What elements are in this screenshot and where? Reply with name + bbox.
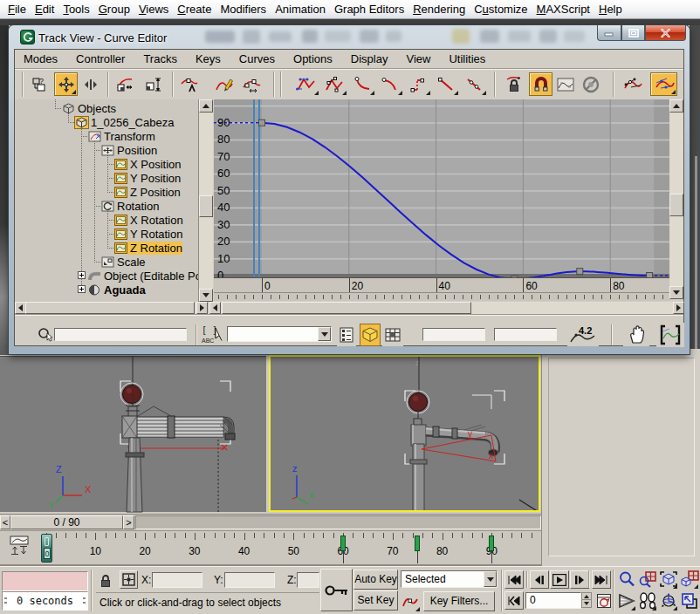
key-value-field[interactable] [494, 328, 557, 341]
tangents-smooth-button[interactable] [460, 72, 487, 96]
tv-menu-tracks[interactable]: Tracks [134, 52, 187, 65]
filters-button[interactable]: ? [31, 72, 50, 96]
tv-menu-utilities[interactable]: Utilities [440, 52, 495, 65]
tree-item-x-position[interactable]: X Position [114, 157, 182, 171]
tangents-custom-button[interactable] [320, 72, 347, 96]
move-keys-button[interactable] [54, 72, 78, 96]
previous-frame-button[interactable] [530, 570, 549, 589]
zoom-region-button[interactable] [656, 323, 684, 347]
tree-hscrollbar-arrow-end[interactable] [196, 302, 208, 314]
lock-selection-button[interactable] [504, 72, 525, 96]
zoom-extents-all-button[interactable] [679, 569, 699, 590]
tree-scrollbar-arrow-start[interactable] [199, 99, 213, 113]
maxscript-mini-listener-white[interactable]: 0 seconds [2, 591, 88, 611]
tree-hscrollbar-thumb[interactable] [25, 302, 195, 314]
key-mode-toggle-button[interactable] [504, 591, 524, 610]
tree-item-aguada[interactable]: Aguada [88, 283, 146, 297]
curve-scrollbar-thumb[interactable] [669, 194, 683, 216]
tangents-auto-button[interactable] [292, 72, 319, 96]
snap-frames-button[interactable] [529, 72, 552, 96]
curve-plot-area[interactable]: 0102030405060708090 [214, 99, 670, 277]
trackbar-next-button[interactable]: > [123, 515, 134, 529]
tree-expand-plus[interactable] [78, 271, 86, 279]
absolute-mode-toggle[interactable] [120, 570, 138, 589]
add-keys-button[interactable] [177, 72, 202, 96]
tree-item-z-rotation[interactable]: Z Rotation [114, 241, 182, 255]
reduce-keys-button[interactable] [239, 72, 264, 96]
key-time-field[interactable] [422, 328, 485, 341]
trackset-combo-arrow[interactable] [318, 327, 331, 341]
tree-expand-plus[interactable] [78, 285, 86, 293]
viewport-left[interactable]: ZXy [0, 356, 266, 512]
tv-menu-view[interactable]: View [397, 52, 440, 65]
tangents-step-button[interactable] [404, 72, 431, 96]
tree-item-1-0256-cabeza[interactable]: 1_0256_Cabeza [75, 115, 174, 129]
new-key-tangent-button[interactable] [399, 591, 421, 612]
track-selection-field[interactable] [54, 328, 187, 341]
selection-set-combo-arrow[interactable] [484, 571, 497, 587]
tree-scrollbar-arrow-end[interactable] [199, 289, 213, 302]
curve-scrollbar[interactable] [669, 99, 683, 299]
curve-scrollbar-arrow-start[interactable] [669, 99, 683, 113]
open-mini-curve-editor-button[interactable] [7, 535, 31, 557]
main-menu-file[interactable]: File [3, 0, 31, 19]
pan-button[interactable] [623, 324, 649, 346]
main-menu-rendering[interactable]: Rendering [408, 0, 470, 19]
maximize-viewport-toggle-button[interactable] [679, 590, 699, 611]
go-to-start-button[interactable] [504, 570, 524, 589]
selection-lock-toggle[interactable] [97, 572, 114, 590]
tree-item-objects[interactable]: Objects [62, 101, 116, 115]
time-slider-handle[interactable]: 0 [41, 534, 52, 563]
main-menu-customize[interactable]: Customize [470, 0, 532, 19]
maximize-button[interactable] [621, 25, 645, 41]
tree-item-y-rotation[interactable]: Y Rotation [114, 227, 182, 241]
main-menu-views[interactable]: Views [134, 0, 173, 19]
curve-hscrollbar-thumb[interactable] [222, 302, 471, 314]
timeline-key[interactable] [489, 536, 494, 551]
close-button[interactable] [645, 25, 686, 41]
edit-trackset-button[interactable] [337, 324, 356, 346]
key-stats-button[interactable]: 4.2 [567, 324, 599, 346]
current-frame-field[interactable]: 0 [525, 592, 581, 609]
play-button[interactable] [550, 570, 569, 589]
tree-item-object-editable-poly-[interactable]: Object (Editable Poly) [88, 269, 199, 283]
tree-scrollbar[interactable] [199, 99, 213, 302]
selection-set-combo[interactable]: Selected [401, 570, 498, 588]
zoom-selected-object-button[interactable] [35, 324, 56, 345]
main-menu-create[interactable]: Create [173, 0, 216, 19]
timeline-key[interactable] [340, 536, 346, 551]
select-by-name-icon[interactable]: [ ]ABC [200, 324, 224, 345]
trackview-titlebar[interactable]: Track View - Curve Editor [9, 25, 690, 49]
trackbar-prev-button[interactable]: < [0, 515, 10, 529]
y-coord-field[interactable] [224, 572, 275, 588]
tv-menu-keys[interactable]: Keys [187, 52, 230, 65]
scale-keys-button[interactable] [113, 72, 137, 96]
zoom-all-button[interactable] [637, 569, 657, 590]
frame-spinner[interactable] [581, 592, 592, 609]
tree-item-transform[interactable]: Transform [88, 129, 155, 143]
key-filters-button[interactable]: Key Filters... [423, 591, 495, 611]
tree-item-scale[interactable]: Scale [101, 255, 146, 269]
trackbar-slider[interactable]: 0 / 90 [10, 515, 123, 529]
filter-selected-tracks-button[interactable] [360, 324, 381, 346]
timeline-key[interactable] [415, 536, 420, 551]
tree-hscrollbar[interactable] [15, 302, 208, 314]
tree-item-rotation[interactable]: Rotation [101, 199, 159, 213]
tangents-slow-button[interactable] [376, 72, 403, 96]
viewport-right-active[interactable]: zyxzx [269, 355, 540, 512]
timeline-ruler[interactable]: 1020304050607080900 [0, 530, 541, 566]
trackset-combo[interactable] [227, 326, 332, 342]
arc-rotate-button[interactable] [658, 590, 678, 611]
main-menu-tools[interactable]: Tools [58, 0, 93, 19]
go-to-end-button[interactable] [592, 570, 611, 589]
tree-item-position[interactable]: Position [101, 143, 157, 157]
tree-scrollbar-thumb[interactable] [199, 195, 213, 217]
tv-menu-curves[interactable]: Curves [230, 52, 285, 65]
main-menu-graph-editors[interactable]: Graph Editors [330, 0, 408, 19]
tv-menu-modes[interactable]: Modes [15, 52, 67, 65]
tv-menu-controller[interactable]: Controller [67, 52, 134, 65]
zoom-extents-button[interactable] [658, 569, 678, 590]
tree-item-y-position[interactable]: Y Position [114, 171, 181, 185]
curve-hscrollbar-arrow-end[interactable] [673, 302, 684, 314]
main-menu-maxscript[interactable]: MAXScript [532, 0, 594, 19]
